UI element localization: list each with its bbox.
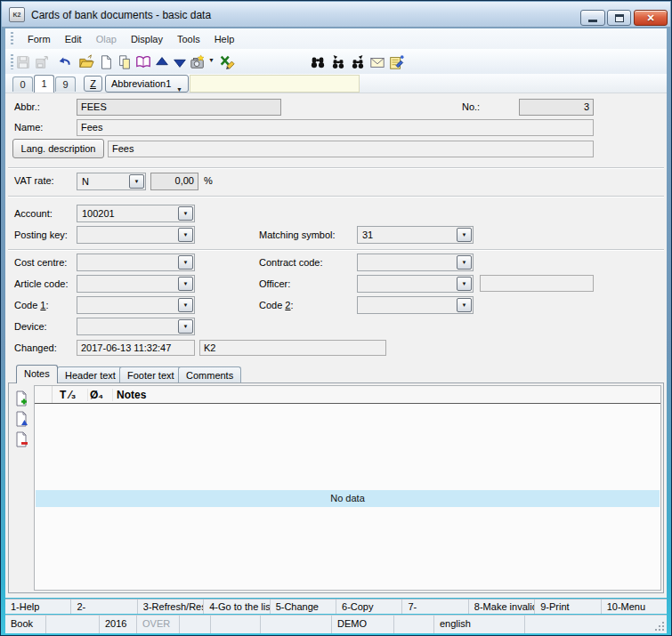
- chevron-down-icon: ▼: [462, 232, 467, 237]
- status-cell: [46, 616, 100, 633]
- lang-description-button[interactable]: Lang. description: [12, 139, 104, 158]
- undo-icon[interactable]: [55, 52, 74, 71]
- code2-combo[interactable]: ▼: [357, 296, 474, 314]
- chevron-down-icon: ▼: [183, 281, 189, 286]
- add-row-button[interactable]: [13, 390, 31, 408]
- cost-centre-combo[interactable]: ▼: [77, 254, 195, 271]
- close-button[interactable]: ✕: [634, 10, 668, 26]
- move-down-icon[interactable]: [170, 52, 189, 71]
- contract-code-dropdown-button[interactable]: ▼: [457, 255, 472, 270]
- column-header-notes[interactable]: Notes: [113, 389, 660, 401]
- minimize-button[interactable]: [580, 10, 605, 26]
- matching-symbol-combo[interactable]: 31 ▼: [357, 226, 474, 244]
- fkey-2[interactable]: 2-: [71, 600, 137, 614]
- menu-help[interactable]: Help: [207, 31, 242, 47]
- officer-dropdown-button[interactable]: ▼: [457, 277, 472, 291]
- find-next-icon[interactable]: [348, 52, 367, 71]
- read-book-icon[interactable]: [134, 52, 152, 71]
- view-selector-dropdown[interactable]: Abbreviation1 ▼: [105, 75, 189, 93]
- notes-grid[interactable]: T ⁄₃ Ø₄ Notes No data: [34, 385, 661, 591]
- posting-key-combo[interactable]: ▼: [77, 226, 195, 244]
- resize-grip-icon[interactable]: [654, 621, 665, 632]
- z-button[interactable]: Z: [84, 76, 102, 92]
- tab-notes[interactable]: Notes: [16, 365, 58, 383]
- menu-olap: Olap: [89, 31, 124, 47]
- fkey-5-change[interactable]: 5-Change: [271, 600, 336, 614]
- open-icon[interactable]: [77, 52, 95, 71]
- article-code-dropdown-button[interactable]: ▼: [178, 277, 193, 291]
- column-header-t3[interactable]: T ⁄₃: [53, 389, 88, 401]
- chevron-down-icon: ▼: [462, 260, 467, 265]
- status-cell: [394, 616, 434, 633]
- menu-tools[interactable]: Tools: [170, 31, 207, 47]
- changed-user-field: K2: [199, 340, 386, 356]
- fkey-8-make-invalid[interactable]: 8-Make invalid: [469, 600, 535, 614]
- contract-code-combo[interactable]: ▼: [357, 254, 474, 271]
- snapshot-icon[interactable]: [188, 52, 206, 71]
- form-area: Abbr.: FEES No.: 3 Name: Fees Lang. desc…: [5, 93, 667, 598]
- copy-icon[interactable]: [115, 52, 134, 71]
- notes-panel: T ⁄₃ Ø₄ Notes No data: [8, 382, 664, 593]
- find-icon[interactable]: [308, 52, 327, 71]
- edit-notes-icon[interactable]: [386, 52, 405, 71]
- code2-dropdown-button[interactable]: ▼: [457, 298, 472, 312]
- toolbar: ▼: [5, 49, 667, 75]
- send-mail-icon[interactable]: [368, 52, 386, 71]
- menu-form[interactable]: Form: [20, 31, 58, 47]
- matching-symbol-dropdown-button[interactable]: ▼: [457, 228, 472, 242]
- fkey-1-help[interactable]: 1-Help: [5, 600, 71, 614]
- vat-unit-label: %: [204, 175, 213, 186]
- fkey-7[interactable]: 7-: [402, 600, 468, 614]
- name-field[interactable]: Fees: [77, 119, 594, 136]
- code1-combo[interactable]: ▼: [77, 296, 195, 314]
- menu-edit[interactable]: Edit: [58, 31, 89, 47]
- officer-name-field[interactable]: [480, 275, 594, 292]
- separator: [8, 196, 664, 197]
- delete-row-button[interactable]: [13, 431, 31, 449]
- abbr-field[interactable]: FEES: [77, 99, 281, 116]
- fkey-9-print[interactable]: 9-Print: [535, 600, 601, 614]
- record-tab-0[interactable]: 0: [12, 76, 33, 92]
- edit-row-button[interactable]: [13, 411, 31, 429]
- column-header-selector[interactable]: [35, 386, 53, 403]
- save-as-icon: [32, 52, 51, 71]
- view-selector-value: Abbreviation1: [111, 78, 171, 89]
- export-edit-icon[interactable]: [217, 52, 236, 71]
- chevron-down-icon: ▼: [462, 302, 467, 308]
- lang-description-field[interactable]: Fees: [108, 141, 594, 157]
- fkey-4-go-to-list[interactable]: 4-Go to the list: [204, 600, 270, 614]
- maximize-button[interactable]: [607, 10, 631, 26]
- code1-dropdown-button[interactable]: ▼: [178, 298, 193, 312]
- officer-combo[interactable]: ▼: [357, 275, 474, 293]
- no-field[interactable]: 3: [519, 99, 594, 116]
- article-code-combo[interactable]: ▼: [77, 275, 195, 293]
- status-language: english: [434, 616, 525, 633]
- separator: [8, 167, 664, 168]
- posting-key-dropdown-button[interactable]: ▼: [178, 228, 193, 242]
- cost-centre-dropdown-button[interactable]: ▼: [178, 255, 193, 270]
- move-up-icon[interactable]: [152, 52, 171, 71]
- fkey-3-refresh[interactable]: 3-Refresh/Res: [138, 600, 204, 614]
- find-previous-icon[interactable]: [328, 52, 347, 71]
- fkey-10-menu[interactable]: 10-Menu: [602, 600, 667, 614]
- quick-filter-input[interactable]: [190, 75, 360, 93]
- status-year: 2016: [100, 616, 137, 633]
- column-header-o4[interactable]: Ø₄: [88, 389, 113, 401]
- record-tab-9[interactable]: 9: [55, 76, 76, 92]
- tab-footer-text[interactable]: Footer text: [119, 366, 182, 383]
- new-icon[interactable]: [96, 52, 115, 71]
- device-combo[interactable]: ▼: [77, 318, 195, 335]
- menu-display[interactable]: Display: [124, 31, 170, 47]
- app-icon: K2: [9, 7, 25, 22]
- device-dropdown-button[interactable]: ▼: [178, 319, 193, 334]
- record-tab-1[interactable]: 1: [34, 75, 54, 93]
- snapshot-menu-icon[interactable]: ▼: [208, 57, 215, 63]
- vat-rate-dropdown-button[interactable]: ▼: [129, 174, 144, 189]
- fkey-6-copy[interactable]: 6-Copy: [336, 600, 402, 614]
- account-dropdown-button[interactable]: ▼: [178, 206, 193, 221]
- tab-comments[interactable]: Comments: [178, 366, 241, 383]
- tab-header-text[interactable]: Header text: [57, 366, 124, 383]
- vat-rate-percent-field[interactable]: 0,00: [150, 173, 198, 190]
- vat-rate-combo[interactable]: N ▼: [77, 173, 146, 190]
- account-combo[interactable]: 100201 ▼: [77, 205, 195, 222]
